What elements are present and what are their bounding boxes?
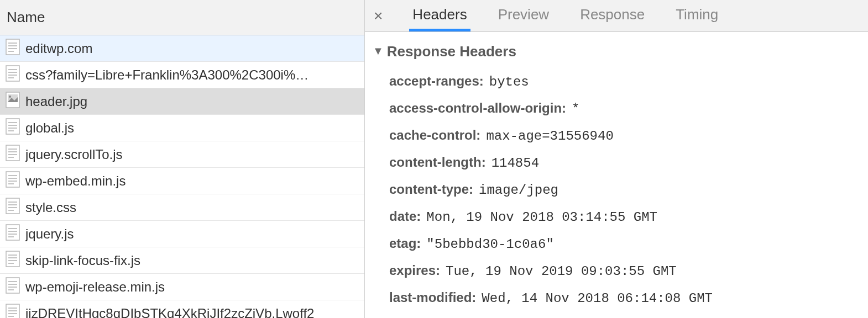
request-name: jquery.scrollTo.js [25, 147, 123, 162]
close-icon[interactable]: × [374, 8, 383, 24]
document-file-icon [6, 304, 25, 318]
request-name: skip-link-focus-fix.js [25, 253, 140, 268]
response-headers-section-toggle[interactable]: ▼ Response Headers [373, 43, 860, 60]
document-file-icon [6, 198, 25, 218]
svg-rect-0 [6, 39, 19, 55]
svg-rect-44 [6, 278, 19, 293]
request-row[interactable]: header.jpg [0, 88, 364, 115]
request-row[interactable]: editwp.com [0, 35, 364, 62]
request-name: jquery.js [25, 226, 74, 242]
header-value: bytes [489, 75, 529, 89]
request-name: wp-emoji-release.min.js [25, 279, 165, 295]
response-header-row: accept-ranges:bytes [373, 68, 860, 95]
tab-headers[interactable]: Headers [409, 0, 470, 31]
request-row[interactable]: global.js [0, 115, 364, 141]
document-file-icon [6, 224, 25, 244]
svg-rect-14 [6, 119, 19, 134]
request-row[interactable]: css?family=Libre+Franklin%3A300%2C300i%… [0, 62, 364, 88]
request-row[interactable]: skip-link-focus-fix.js [0, 247, 364, 274]
request-name: style.css [25, 200, 76, 215]
svg-rect-24 [6, 172, 19, 187]
header-name: last-modified: [389, 290, 476, 305]
response-header-row: expires:Tue, 19 Nov 2019 09:03:55 GMT [373, 257, 860, 284]
header-name: content-length: [389, 155, 486, 170]
network-request-list: Name editwp.comcss?family=Libre+Franklin… [0, 0, 365, 318]
header-value: "5bebbd30-1c0a6" [426, 237, 553, 252]
document-file-icon [6, 145, 25, 165]
request-row[interactable]: jquery.js [0, 221, 364, 247]
request-name: editwp.com [25, 41, 92, 56]
request-row[interactable]: wp-embed.min.js [0, 168, 364, 194]
tab-preview[interactable]: Preview [495, 0, 552, 31]
response-header-row: access-control-allow-origin:* [373, 95, 860, 122]
header-value: 114854 [491, 156, 539, 171]
svg-rect-29 [6, 198, 19, 214]
header-name: access-control-allow-origin: [389, 100, 566, 116]
header-value: * [572, 102, 579, 116]
svg-rect-19 [6, 145, 19, 161]
header-value: max-age=31556940 [486, 129, 613, 144]
request-row[interactable]: style.css [0, 194, 364, 221]
request-name: jizDREVItHgc8qDIbSTKq4XkRiJIf2zcZiVb.Lwo… [25, 306, 314, 318]
header-value: Tue, 19 Nov 2019 09:03:55 GMT [446, 264, 677, 279]
section-title: Response Headers [387, 43, 516, 60]
header-value: Wed, 14 Nov 2018 06:14:08 GMT [482, 291, 713, 306]
document-file-icon [6, 251, 25, 271]
svg-rect-5 [6, 66, 19, 81]
response-header-row: cache-control:max-age=31556940 [373, 122, 860, 149]
request-name: header.jpg [25, 94, 87, 109]
tab-response[interactable]: Response [577, 0, 648, 31]
response-header-row: content-length:114854 [373, 149, 860, 176]
header-name: accept-ranges: [389, 73, 484, 89]
request-details-panel: × HeadersPreviewResponseTiming ▼ Respons… [365, 0, 868, 318]
header-name: etag: [389, 236, 421, 251]
header-name: cache-control: [389, 128, 480, 143]
response-header-row: content-type:image/jpeg [373, 176, 860, 203]
header-value: image/jpeg [479, 183, 558, 198]
request-name: wp-embed.min.js [25, 173, 126, 189]
column-header-name[interactable]: Name [0, 0, 364, 35]
header-name: content-type: [389, 182, 473, 197]
header-name: date: [389, 209, 421, 224]
svg-rect-39 [6, 251, 19, 267]
response-header-row: date:Mon, 19 Nov 2018 03:14:55 GMT [373, 203, 860, 230]
response-header-row: etag:"5bebbd30-1c0a6" [373, 230, 860, 257]
caret-down-icon: ▼ [373, 45, 384, 57]
tab-timing[interactable]: Timing [672, 0, 721, 31]
request-name: global.js [25, 120, 74, 136]
svg-rect-34 [6, 225, 19, 240]
document-file-icon [6, 65, 25, 85]
svg-point-13 [9, 96, 11, 98]
request-row[interactable]: jquery.scrollTo.js [0, 141, 364, 168]
tabbar: × HeadersPreviewResponseTiming [365, 0, 868, 32]
request-row[interactable]: jizDREVItHgc8qDIbSTKq4XkRiJIf2zcZiVb.Lwo… [0, 300, 364, 318]
document-file-icon [6, 118, 25, 138]
request-row[interactable]: wp-emoji-release.min.js [0, 274, 364, 300]
response-header-row: last-modified:Wed, 14 Nov 2018 06:14:08 … [373, 284, 860, 311]
image-file-icon [6, 92, 25, 112]
request-name: css?family=Libre+Franklin%3A300%2C300i%… [25, 67, 308, 83]
document-file-icon [6, 39, 25, 59]
header-value: Mon, 19 Nov 2018 03:14:55 GMT [426, 210, 657, 225]
header-name: expires: [389, 263, 440, 278]
document-file-icon [6, 171, 25, 191]
document-file-icon [6, 277, 25, 297]
